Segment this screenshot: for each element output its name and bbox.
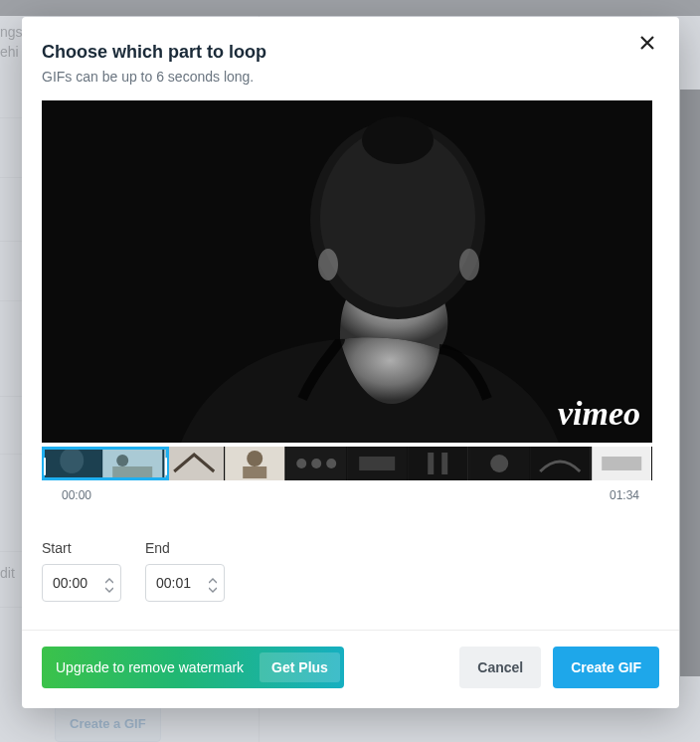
close-icon bbox=[639, 35, 655, 55]
selection-handle-left[interactable] bbox=[44, 458, 46, 475]
cancel-button[interactable]: Cancel bbox=[459, 647, 541, 688]
modal-title: Choose which part to loop bbox=[42, 42, 649, 63]
svg-rect-11 bbox=[164, 447, 224, 480]
upgrade-banner: Upgrade to remove watermark Get Plus bbox=[42, 647, 344, 688]
svg-point-5 bbox=[459, 249, 479, 280]
video-preview: vimeo bbox=[42, 100, 652, 443]
close-button[interactable] bbox=[633, 31, 661, 59]
start-field: Start 00:00 bbox=[42, 540, 121, 602]
time-inputs: Start 00:00 End 00:01 bbox=[42, 540, 659, 602]
modal-header: Choose which part to loop GIFs can be up… bbox=[22, 17, 679, 100]
gif-loop-modal: Choose which part to loop GIFs can be up… bbox=[22, 17, 679, 708]
end-step-down[interactable] bbox=[208, 584, 218, 591]
end-input[interactable]: 00:01 bbox=[145, 564, 225, 602]
end-field: End 00:01 bbox=[145, 540, 225, 602]
upgrade-text: Upgrade to remove watermark bbox=[56, 659, 244, 675]
svg-point-16 bbox=[296, 459, 306, 468]
svg-rect-21 bbox=[409, 447, 468, 480]
svg-point-13 bbox=[247, 451, 262, 466]
timeline-selection[interactable] bbox=[42, 447, 169, 480]
svg-rect-20 bbox=[359, 457, 395, 470]
modal-footer: Upgrade to remove watermark Get Plus Can… bbox=[22, 630, 679, 708]
end-label: End bbox=[145, 540, 225, 556]
timeline-start-time: 00:00 bbox=[62, 488, 91, 502]
timeline-end-time: 01:34 bbox=[610, 488, 639, 502]
start-step-down[interactable] bbox=[104, 584, 114, 591]
svg-rect-28 bbox=[602, 457, 641, 470]
svg-rect-22 bbox=[429, 453, 435, 474]
end-value: 00:01 bbox=[156, 575, 208, 591]
svg-rect-26 bbox=[530, 447, 590, 480]
svg-rect-23 bbox=[442, 453, 448, 474]
svg-point-4 bbox=[318, 249, 338, 280]
timeline-track[interactable] bbox=[42, 447, 652, 480]
svg-point-18 bbox=[326, 459, 336, 468]
svg-point-3 bbox=[362, 116, 434, 164]
get-plus-button[interactable]: Get Plus bbox=[260, 652, 340, 682]
modal-subtitle: GIFs can be up to 6 seconds long. bbox=[42, 69, 649, 85]
chevron-down-icon bbox=[209, 579, 217, 597]
svg-point-25 bbox=[490, 455, 508, 472]
svg-point-17 bbox=[311, 459, 321, 468]
start-label: Start bbox=[42, 540, 121, 556]
vimeo-watermark: vimeo bbox=[558, 395, 640, 433]
chevron-down-icon bbox=[105, 579, 113, 597]
start-input[interactable]: 00:00 bbox=[42, 564, 121, 602]
start-value: 00:00 bbox=[53, 575, 104, 591]
preview-frame-image bbox=[42, 100, 652, 443]
create-gif-button[interactable]: Create GIF bbox=[553, 647, 659, 688]
svg-rect-14 bbox=[243, 466, 266, 478]
timeline: 00:00 01:34 bbox=[42, 447, 659, 502]
selection-handle-right[interactable] bbox=[165, 458, 167, 475]
